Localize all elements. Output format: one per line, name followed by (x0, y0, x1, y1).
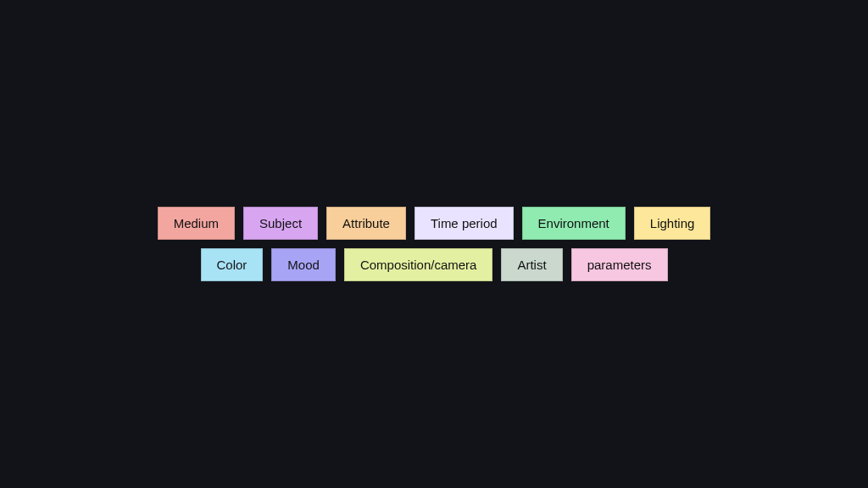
tag-color: Color (201, 248, 264, 281)
tag-attribute: Attribute (326, 207, 406, 240)
tag-container: Medium Subject Attribute Time period Env… (137, 207, 731, 281)
tag-subject: Subject (243, 207, 318, 240)
tag-mood: Mood (271, 248, 336, 281)
tag-parameters: parameters (571, 248, 668, 281)
tag-artist: Artist (501, 248, 562, 281)
tag-medium: Medium (158, 207, 235, 240)
tag-environment: Environment (522, 207, 626, 240)
tag-composition-camera: Composition/camera (344, 248, 493, 281)
tag-time-period: Time period (415, 207, 514, 240)
tag-lighting: Lighting (634, 207, 711, 240)
